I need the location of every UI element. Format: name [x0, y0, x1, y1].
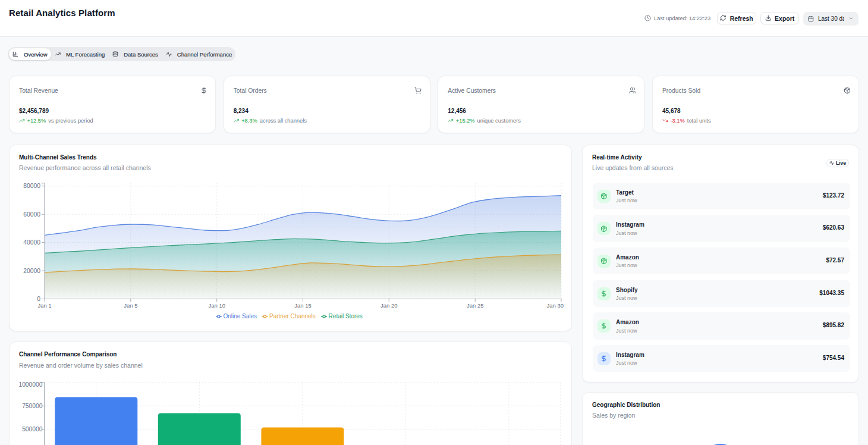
svg-text:750000: 750000 — [22, 402, 43, 409]
svg-text:Jan 10: Jan 10 — [208, 302, 225, 309]
svg-text:60000: 60000 — [23, 211, 40, 218]
svg-text:Jan 25: Jan 25 — [467, 302, 484, 309]
svg-text:20000: 20000 — [23, 268, 40, 274]
svg-text:40000: 40000 — [23, 239, 40, 246]
svg-text:Retail Stores: Retail Stores — [329, 313, 363, 319]
svg-text:Jan 20: Jan 20 — [380, 302, 398, 309]
svg-text:500000: 500000 — [22, 426, 43, 433]
svg-text:Online Sales: Online Sales — [223, 313, 257, 319]
svg-text:0: 0 — [37, 296, 40, 302]
svg-text:Jan 15: Jan 15 — [294, 302, 312, 309]
svg-text:Jan 5: Jan 5 — [124, 302, 137, 309]
svg-text:Jan 1: Jan 1 — [37, 302, 51, 309]
svg-text:80000: 80000 — [23, 183, 40, 189]
svg-text:Jan 30: Jan 30 — [546, 302, 564, 309]
svg-text:Partner Channels: Partner Channels — [269, 313, 316, 319]
svg-text:1000000: 1000000 — [18, 381, 42, 387]
